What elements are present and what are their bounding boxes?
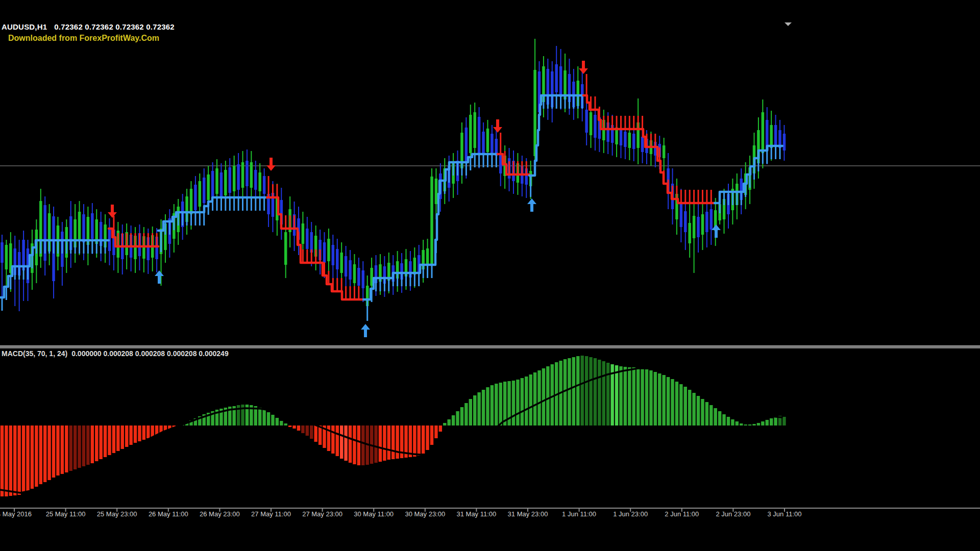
time-axis-label: 25 May 11:00	[46, 510, 86, 518]
symbol-label: AUDUSD,H1	[2, 22, 47, 31]
step-trend-line	[0, 74, 782, 321]
macd-histogram	[1, 356, 786, 496]
time-axis-label: 31 May 23:00	[508, 510, 548, 518]
time-axis-label: 27 May 11:00	[251, 510, 291, 518]
price-and-macd-chart-canvas[interactable]	[0, 0, 980, 551]
sell-arrow-icon	[579, 61, 588, 74]
watermark-text: Downloaded from ForexProfitWay.Com	[8, 34, 159, 43]
scroll-to-end-icon[interactable]	[785, 22, 792, 26]
buy-arrow-icon	[155, 270, 164, 284]
time-axis-label: 25 May 23:00	[97, 510, 137, 518]
panel-separator	[0, 345, 980, 348]
time-axis-label: 31 May 11:00	[456, 510, 496, 518]
time-axis-label: 30 May 11:00	[354, 510, 394, 518]
buy-arrow-icon	[361, 324, 370, 337]
time-axis-label: 2 Jun 23:00	[716, 510, 750, 518]
macd-values: 0.000000 0.000208 0.000208 0.000208 0.00…	[71, 349, 229, 358]
time-axis-label: 4 May 2016	[0, 510, 32, 518]
sell-arrow-icon	[108, 205, 117, 218]
time-axis-label: 27 May 23:00	[302, 510, 342, 518]
chart-window: AUDUSD,H10.72362 0.72362 0.72362 0.72362…	[0, 0, 980, 551]
time-axis-label: 26 May 11:00	[149, 510, 188, 518]
time-axis-label: 30 May 23:00	[405, 510, 445, 518]
time-axis-label: 26 May 23:00	[200, 510, 240, 518]
time-axis-label: 1 Jun 23:00	[613, 510, 648, 518]
symbol-ohlc-readout: AUDUSD,H10.72362 0.72362 0.72362 0.72362	[2, 22, 175, 31]
macd-indicator-readout: MACD(35, 70, 1, 24)0.000000 0.000208 0.0…	[2, 349, 229, 358]
sell-arrow-icon	[266, 158, 276, 171]
buy-arrow-icon	[527, 198, 536, 212]
time-axis-label: 1 Jun 11:00	[562, 510, 596, 518]
buy-arrow-icon	[712, 224, 721, 238]
time-axis: 4 May 201625 May 11:0025 May 23:0026 May…	[0, 510, 980, 520]
ohlc-values: 0.72362 0.72362 0.72362 0.72362	[54, 22, 175, 31]
sell-arrow-icon	[493, 119, 502, 133]
macd-name: MACD(35, 70, 1, 24)	[2, 349, 67, 358]
time-axis-label: 2 Jun 11:00	[665, 510, 699, 518]
time-axis-label: 3 Jun 11:00	[768, 510, 802, 518]
